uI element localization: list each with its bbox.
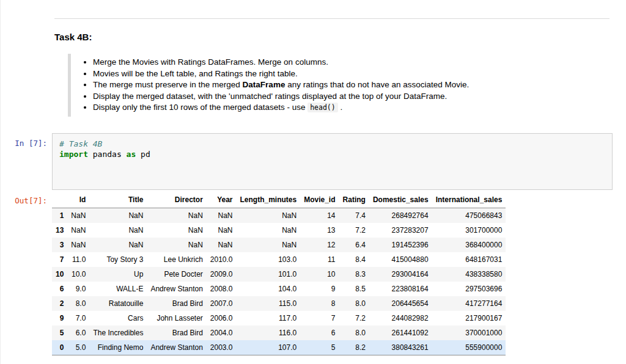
cell: 8.3 [339,267,369,282]
cell: 223808164 [369,282,432,296]
cell: NaN [67,238,89,252]
cell: 301700000 [432,223,506,238]
cell: 2010.0 [207,252,237,267]
text-segment: . [338,103,343,112]
cell: 7.4 [339,208,369,224]
row-index: 5 [52,326,67,340]
cell: 244082982 [369,311,432,326]
cell: 5.0 [67,340,89,355]
code-line: import pandas as pd [59,149,605,159]
cell: 206445654 [369,296,432,311]
cell: 6.4 [339,238,369,252]
cell: 475066843 [432,208,506,224]
column-header: Year [207,192,237,208]
cell: 103.0 [237,252,301,267]
cell: Cars [89,311,147,326]
cell: 117.0 [237,311,301,326]
column-header: Id [67,192,89,208]
cell: 8.0 [67,296,89,311]
cell: 368400000 [432,238,506,252]
cell: 380843261 [369,340,432,355]
cell: NaN [207,238,237,252]
cell: Finding Nemo [89,340,147,355]
table-row: 711.0Toy Story 3Lee Unkrich2010.0103.011… [52,252,506,267]
horizontal-rule [54,18,609,19]
cell: 2003.0 [207,340,237,355]
list-item: Display only the first 10 rows of the me… [93,102,605,114]
cell: 7 [300,311,339,326]
cell: Lee Unkrich [147,252,206,267]
cell: 2004.0 [207,326,237,340]
cell: 555900000 [432,340,506,355]
table-row: 56.0The IncrediblesBrad Bird2004.0116.06… [52,326,506,340]
cell: NaN [237,208,301,224]
cell: NaN [207,223,237,238]
cell: 7.0 [67,311,89,326]
row-index: 3 [52,238,67,252]
cell: 9 [300,282,339,296]
column-header: Rating [339,192,369,208]
cell: 8 [300,296,339,311]
alias-name: pd [136,150,150,159]
task-bullet-list: Merge the Movies with Ratings DataFrames… [71,57,605,114]
task-heading: Task 4B: [54,32,605,43]
cell: John Lasseter [147,311,206,326]
cell: 237283207 [369,223,432,238]
cell: Andrew Stanton [147,340,206,355]
cell: 104.0 [237,282,301,296]
cell: 12 [300,238,339,252]
cell: 370001000 [432,326,506,340]
row-index: 1 [52,208,67,224]
code-input-area[interactable]: # Task 4B import pandas as pd [52,133,613,190]
cell: NaN [89,223,147,238]
cell: 417277164 [432,296,506,311]
cell: 9.0 [67,282,89,296]
cell: 10.0 [67,267,89,282]
cell: 7.2 [339,311,369,326]
table-row: 69.0WALL-EAndrew Stanton2008.0104.098.52… [52,282,506,296]
markdown-cell: Task 4B: Merge the Movies with Ratings D… [54,32,605,117]
text-segment: Display only the first 10 rows of the me… [93,103,307,112]
cell: NaN [237,238,301,252]
cell: 648167031 [432,252,506,267]
code-line: # Task 4B [59,139,605,149]
table-row: 1NaNNaNNaNNaNNaN147.4268492764475066843 [52,208,506,224]
cell: NaN [89,238,147,252]
row-index: 2 [52,296,67,311]
row-index: 10 [52,267,67,282]
cell: 14 [300,208,339,224]
cell: Pete Docter [147,267,206,282]
cell: 438338580 [432,267,506,282]
cell: 8.2 [339,340,369,355]
table-row: 05.0Finding NemoAndrew Stanton2003.0107.… [52,340,506,355]
text-segment: Movies will be the Left table, and Ratin… [93,69,298,78]
dataframe-body: 1NaNNaNNaNNaNNaN147.42684927644750668431… [52,208,506,355]
cell: NaN [147,223,206,238]
cell: 268492764 [369,208,432,224]
cell: NaN [67,208,89,224]
cell: The Incredibles [89,326,147,340]
cell: 11 [300,252,339,267]
row-index: 9 [52,311,67,326]
cell: 6 [300,326,339,340]
cell: 2009.0 [207,267,237,282]
cell: 7.2 [339,223,369,238]
row-index: 13 [52,223,67,238]
column-header: International_sales [432,192,506,208]
dataframe: IdTitleDirectorYearLength_minutesMovie_i… [52,192,506,355]
blockquote: Merge the Movies with Ratings DataFrames… [68,54,605,117]
column-header: Domestic_sales [369,192,432,208]
header-row: IdTitleDirectorYearLength_minutesMovie_i… [52,192,506,208]
text-segment: Merge the Movies with Ratings DataFrames… [93,57,328,67]
keyword-as: as [127,150,136,159]
cell: NaN [67,223,89,238]
cell: Brad Bird [147,296,206,311]
column-header [52,192,67,208]
row-index: 6 [52,282,67,296]
cell: Up [89,267,147,282]
table-row: 97.0CarsJohn Lasseter2006.0117.077.22440… [52,311,506,326]
cell: Toy Story 3 [89,252,147,267]
row-index: 7 [52,252,67,267]
cell: 13 [300,223,339,238]
cell: 107.0 [237,340,301,355]
